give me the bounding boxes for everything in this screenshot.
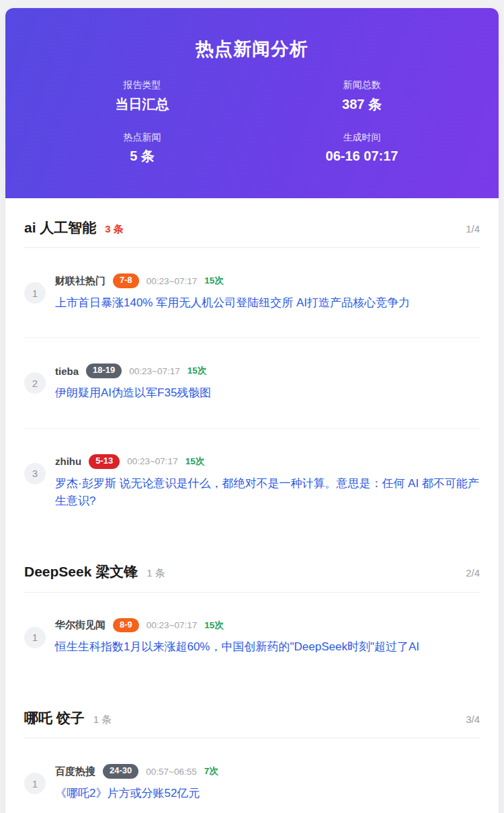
page-indicator: 1/4 — [466, 223, 480, 234]
time-range: 00:57~06:55 — [146, 767, 196, 777]
news-item: 3 zhihu 5-13 00:23~07:17 15次 罗杰·彭罗斯 说无论意… — [24, 429, 480, 536]
section-header: 哪吒 饺子 1 条 3/4 — [24, 709, 480, 727]
news-title-link[interactable]: 恒生生科指数1月以来涨超60%，中国创新药的"DeepSeek时刻"超过了AI — [55, 638, 480, 656]
rank-badge: 18-19 — [86, 363, 122, 378]
report-title: 热点新闻分析 — [32, 38, 472, 60]
stat-value: 387 条 — [252, 96, 472, 113]
news-title-link[interactable]: 伊朗疑用AI伪造以军F35残骸图 — [55, 384, 480, 402]
rank-badge: 24-30 — [103, 764, 138, 779]
report-card: 热点新闻分析 报告类型 当日汇总 新闻总数 387 条 热点新闻 5 条 生成时… — [5, 8, 499, 813]
frequency-count: 15次 — [204, 619, 224, 632]
section-title: DeepSeek 梁文锋 — [24, 562, 138, 581]
frequency-count: 15次 — [187, 365, 207, 377]
stat-hot-news: 热点新闻 5 条 — [32, 131, 252, 165]
source-name: tieba — [55, 366, 79, 377]
section-count: 1 条 — [146, 567, 165, 580]
section-header: ai 人工智能 3 条 1/4 — [24, 218, 480, 237]
news-item: 1 财联社热门 7-8 00:23~07:17 15次 上市首日暴涨140% 军… — [24, 248, 480, 338]
section-count: 1 条 — [93, 714, 112, 726]
page-indicator: 3/4 — [466, 714, 480, 725]
news-item: 2 tieba 18-19 00:23~07:17 15次 伊朗疑用AI伪造以军… — [24, 338, 480, 428]
report-header: 热点新闻分析 报告类型 当日汇总 新闻总数 387 条 热点新闻 5 条 生成时… — [5, 8, 499, 198]
frequency-count: 15次 — [185, 456, 205, 468]
section-title: 哪吒 饺子 — [24, 709, 85, 727]
news-item: 1 华尔街见闻 8-9 00:23~07:17 15次 恒生生科指数1月以来涨超… — [24, 593, 480, 682]
stat-label: 热点新闻 — [32, 131, 252, 143]
report-content: ai 人工智能 3 条 1/4 1 财联社热门 7-8 00:23~07:17 … — [5, 198, 499, 813]
frequency-count: 7次 — [204, 765, 218, 777]
time-range: 00:23~07:17 — [129, 366, 179, 376]
stat-label: 生成时间 — [252, 131, 472, 143]
source-name: 财联社热门 — [55, 275, 106, 288]
news-title-link[interactable]: 罗杰·彭罗斯 说无论意识是什么，都绝对不是一种计算。意思是：任何 AI 都不可能… — [55, 475, 480, 511]
rank-badge: 5-13 — [89, 454, 120, 469]
rank-badge: 8-9 — [113, 618, 139, 633]
stat-value: 当日汇总 — [32, 96, 252, 113]
stat-report-type: 报告类型 当日汇总 — [32, 79, 252, 112]
item-index-badge: 1 — [24, 282, 46, 304]
time-range: 00:23~07:17 — [127, 456, 177, 466]
stat-value: 5 条 — [32, 148, 252, 165]
section-deepseek: DeepSeek 梁文锋 1 条 2/4 1 华尔街见闻 8-9 00:23~0… — [24, 562, 480, 682]
section-nezha: 哪吒 饺子 1 条 3/4 1 百度热搜 24-30 00:57~06:55 7… — [24, 709, 480, 813]
item-index-badge: 3 — [24, 463, 46, 484]
stat-label: 新闻总数 — [252, 79, 472, 91]
source-name: zhihu — [55, 456, 81, 467]
stat-generated-time: 生成时间 06-16 07:17 — [252, 131, 472, 165]
page-indicator: 2/4 — [466, 567, 480, 579]
section-header: DeepSeek 梁文锋 1 条 2/4 — [24, 562, 480, 581]
source-name: 华尔街见闻 — [55, 619, 106, 632]
rank-badge: 7-8 — [113, 273, 139, 288]
time-range: 00:23~07:17 — [146, 620, 197, 630]
section-ai: ai 人工智能 3 条 1/4 1 财联社热门 7-8 00:23~07:17 … — [24, 218, 480, 536]
stats-grid: 报告类型 当日汇总 新闻总数 387 条 热点新闻 5 条 生成时间 06-16… — [32, 79, 472, 164]
item-index-badge: 1 — [24, 627, 46, 648]
stat-label: 报告类型 — [32, 79, 252, 91]
item-index-badge: 1 — [24, 773, 46, 794]
source-name: 百度热搜 — [55, 765, 95, 778]
stat-news-total: 新闻总数 387 条 — [252, 79, 472, 112]
frequency-count: 15次 — [204, 275, 224, 287]
section-title: ai 人工智能 — [24, 218, 96, 237]
news-title-link[interactable]: 上市首日暴涨140% 军用无人机公司登陆纽交所 AI打造产品核心竞争力 — [55, 294, 480, 312]
time-range: 00:23~07:17 — [146, 276, 197, 286]
news-title-link[interactable]: 《哪吒2》片方或分账52亿元 — [55, 785, 480, 802]
item-index-badge: 2 — [24, 372, 46, 394]
news-item: 1 百度热搜 24-30 00:57~06:55 7次 《哪吒2》片方或分账52… — [24, 738, 480, 813]
section-count: 3 条 — [105, 223, 124, 236]
stat-value: 06-16 07:17 — [252, 148, 472, 165]
